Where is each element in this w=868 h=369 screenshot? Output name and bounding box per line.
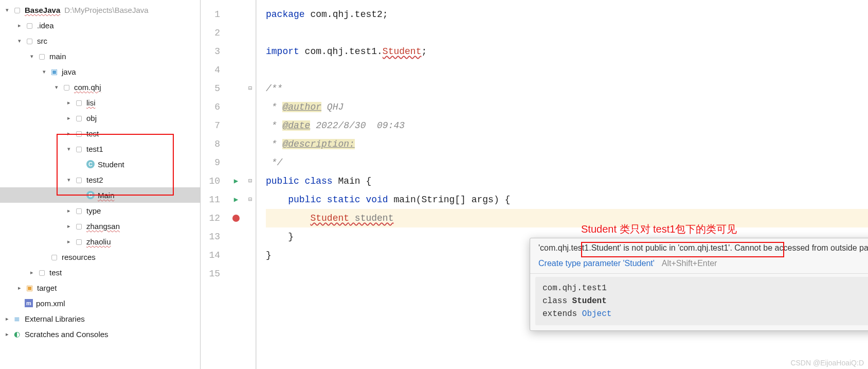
- code-line: package com.qhj.test2;: [266, 5, 868, 24]
- label: zhangsan: [86, 222, 120, 231]
- project-tree[interactable]: ▾ ▢ BaseJava D:\MyProjects\BaseJava ▸ ▢ …: [0, 0, 201, 369]
- chevron-right-icon[interactable]: ▸: [15, 21, 24, 29]
- code-line: import com.qhj.test1.Student;: [266, 42, 868, 61]
- chevron-right-icon[interactable]: ▸: [65, 206, 73, 215]
- label: test: [86, 129, 99, 138]
- tree-item-resources[interactable]: ▸ ▢ resources: [0, 249, 200, 265]
- tree-item-main[interactable]: ▾ ▢ main: [0, 48, 200, 64]
- tree-item-scratch[interactable]: ▸ ◐ Scratches and Consoles: [0, 326, 200, 342]
- chevron-down-icon[interactable]: ▾: [15, 37, 24, 45]
- folder-icon: ▢: [12, 5, 22, 14]
- annotation-column: ▶ ▶: [227, 0, 245, 369]
- library-icon: ≣: [12, 314, 22, 323]
- chevron-down-icon[interactable]: ▾: [65, 145, 73, 153]
- label: zhaoliu: [86, 237, 111, 246]
- code-line: [266, 61, 868, 79]
- package-icon: ▢: [74, 221, 83, 231]
- code-line: */: [266, 153, 868, 172]
- tree-item-pkg[interactable]: ▾ ▢ com.qhj: [0, 79, 200, 95]
- label: type: [86, 206, 101, 215]
- package-icon: ▢: [62, 82, 71, 92]
- tree-item-main-class[interactable]: ▸ C Main: [0, 187, 200, 203]
- scratch-icon: ◐: [12, 329, 22, 339]
- code-line: /**: [266, 79, 868, 98]
- package-icon: ▢: [74, 98, 83, 107]
- chevron-right-icon[interactable]: ▸: [28, 268, 36, 276]
- error-bulb-icon[interactable]: [232, 215, 240, 222]
- chevron-right-icon[interactable]: ▸: [3, 314, 11, 323]
- chevron-down-icon[interactable]: ▾: [52, 83, 61, 91]
- target-folder-icon: ▣: [25, 283, 34, 292]
- chevron-right-icon[interactable]: ▸: [65, 129, 73, 137]
- label: test2: [86, 175, 103, 184]
- chevron-down-icon[interactable]: ▾: [3, 6, 11, 14]
- chevron-right-icon[interactable]: ▸: [65, 237, 73, 245]
- tree-item-test1[interactable]: ▾ ▢ test1: [0, 141, 200, 156]
- tree-item-test[interactable]: ▸ ▢ test: [0, 126, 200, 141]
- tree-item-idea[interactable]: ▸ ▢ .idea: [0, 17, 200, 33]
- tree-item-type[interactable]: ▸ ▢ type: [0, 203, 200, 218]
- line-number: 3: [201, 42, 227, 61]
- label: Main: [98, 191, 115, 200]
- fold-column: ⊟ ⊟ ⊟: [245, 0, 256, 369]
- code-line: * @date 2022/8/30 09:43: [266, 116, 868, 135]
- chevron-down-icon[interactable]: ▾: [40, 67, 48, 76]
- root-label: BaseJava: [25, 6, 60, 14]
- fold-toggle[interactable]: ⊟: [245, 172, 256, 190]
- tree-item-student[interactable]: ▸ C Student: [0, 156, 200, 172]
- line-number: 4: [201, 61, 227, 79]
- tree-item-target[interactable]: ▸ ▣ target: [0, 280, 200, 295]
- label: lisi: [86, 98, 96, 107]
- run-icon[interactable]: ▶: [234, 190, 238, 209]
- chevron-down-icon[interactable]: ▾: [65, 175, 73, 184]
- tree-item-root[interactable]: ▾ ▢ BaseJava D:\MyProjects\BaseJava: [0, 2, 200, 17]
- label: com.qhj: [74, 83, 101, 92]
- folder-icon: ▢: [25, 21, 34, 30]
- chevron-right-icon[interactable]: ▸: [65, 114, 73, 122]
- line-number: 5: [201, 79, 227, 98]
- folder-icon: ▢: [37, 268, 46, 277]
- line-number: 1: [201, 5, 227, 24]
- folder-icon: ▢: [37, 51, 46, 61]
- chevron-right-icon[interactable]: ▸: [3, 330, 11, 338]
- code-line: * @author QHJ: [266, 98, 868, 116]
- editor[interactable]: 1 2 3 4 5 6 7 8 9 10 11 12 13 14 15 ▶ ▶: [201, 0, 868, 369]
- label: resources: [62, 253, 96, 261]
- line-number: 13: [201, 227, 227, 246]
- chevron-right-icon[interactable]: ▸: [15, 284, 24, 292]
- root-path: D:\MyProjects\BaseJava: [64, 6, 148, 14]
- tree-item-obj[interactable]: ▸ ▢ obj: [0, 110, 200, 126]
- source-folder-icon: ▣: [49, 67, 59, 76]
- shortcut: Alt+Shift+Enter: [662, 259, 717, 268]
- label: pom.xml: [36, 299, 65, 308]
- quickfix-create-type[interactable]: Create type parameter 'Student': [538, 259, 655, 268]
- tree-item-java[interactable]: ▾ ▣ java: [0, 64, 200, 79]
- tree-item-zhaoliu[interactable]: ▸ ▢ zhaoliu: [0, 234, 200, 249]
- line-number: 14: [201, 246, 227, 265]
- tree-item-lisi[interactable]: ▸ ▢ lisi: [0, 95, 200, 110]
- fold-toggle[interactable]: ⊟: [245, 190, 256, 209]
- label: obj: [86, 114, 97, 122]
- chevron-down-icon[interactable]: ▾: [28, 52, 36, 60]
- tree-item-test2[interactable]: ▾ ▢ test2: [0, 172, 200, 187]
- run-icon[interactable]: ▶: [234, 172, 238, 190]
- tree-item-ext-lib[interactable]: ▸ ≣ External Libraries: [0, 311, 200, 326]
- tree-item-zhangsan[interactable]: ▸ ▢ zhangsan: [0, 218, 200, 234]
- fold-toggle[interactable]: ⊟: [245, 79, 256, 98]
- tree-item-pom[interactable]: ▸ m pom.xml: [0, 295, 200, 311]
- watermark: CSDN @EijoaHoaiQ:D: [790, 359, 864, 367]
- package-icon: ▢: [74, 113, 83, 122]
- chevron-right-icon[interactable]: ▸: [65, 98, 73, 107]
- line-number-column: 1 2 3 4 5 6 7 8 9 10 11 12 13 14 15: [201, 0, 227, 369]
- line-number: 10: [201, 172, 227, 190]
- line-number: 7: [201, 116, 227, 135]
- tree-item-src[interactable]: ▾ ▢ src: [0, 33, 200, 48]
- chevron-right-icon[interactable]: ▸: [65, 222, 73, 230]
- error-hint-popup[interactable]: 'com.qhj.test1.Student' is not public in…: [530, 238, 868, 331]
- line-number: 11: [201, 190, 227, 209]
- code-line: [266, 24, 868, 42]
- line-number: 6: [201, 98, 227, 116]
- label: External Libraries: [25, 314, 85, 323]
- tree-item-test-dir[interactable]: ▸ ▢ test: [0, 265, 200, 280]
- package-icon: ▢: [74, 129, 83, 138]
